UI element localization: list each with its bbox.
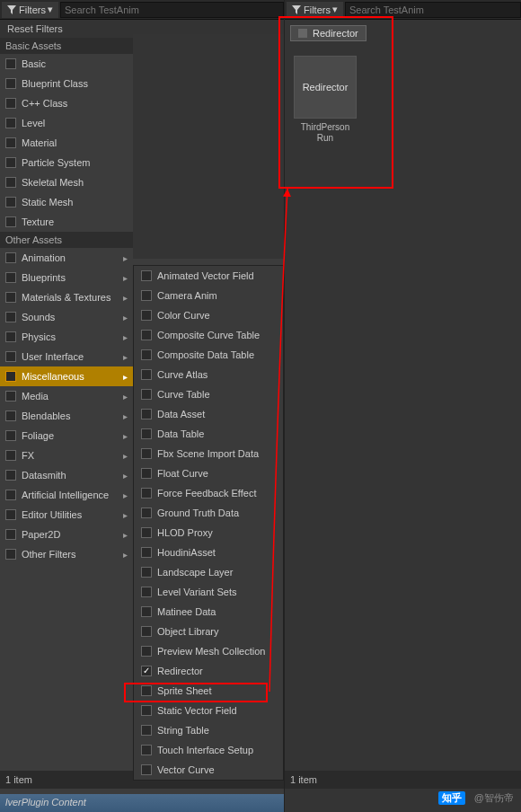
checkbox[interactable] <box>5 197 16 207</box>
checkbox[interactable] <box>5 272 16 283</box>
checkbox[interactable] <box>5 490 16 500</box>
submenu-hlod-proxy[interactable]: HLOD Proxy <box>134 523 283 543</box>
checkbox[interactable] <box>5 529 16 540</box>
checkbox[interactable] <box>5 98 16 109</box>
submenu-float-curve[interactable]: Float Curve <box>134 463 283 483</box>
submenu-matinee-data[interactable]: Matinee Data <box>134 602 283 622</box>
submenu-composite-data-table[interactable]: Composite Data Table <box>134 345 283 365</box>
filter-sounds[interactable]: Sounds▸ <box>0 307 133 327</box>
submenu-fbx-scene-import-data[interactable]: Fbx Scene Import Data <box>134 444 283 463</box>
filters-button[interactable]: Filters ▾ <box>2 2 58 18</box>
checkbox[interactable] <box>141 428 152 439</box>
submenu-landscape-layer[interactable]: Landscape Layer <box>134 562 283 582</box>
checkbox[interactable] <box>141 606 152 617</box>
filters-button-right[interactable]: Filters ▾ <box>287 2 343 18</box>
submenu-vector-curve[interactable]: Vector Curve <box>134 760 283 780</box>
checkbox[interactable] <box>5 216 16 227</box>
submenu-sprite-sheet[interactable]: Sprite Sheet <box>134 681 283 701</box>
filter-media[interactable]: Media▸ <box>0 386 133 406</box>
active-filter-tag[interactable]: Redirector <box>290 25 366 41</box>
filter-blueprints[interactable]: Blueprints▸ <box>0 268 133 287</box>
checkbox[interactable] <box>5 450 16 461</box>
filter-editor-utilities[interactable]: Editor Utilities▸ <box>0 505 133 525</box>
filter-user-interface[interactable]: User Interface▸ <box>0 347 133 366</box>
filter-paper2d[interactable]: Paper2D▸ <box>0 525 133 544</box>
submenu-color-curve[interactable]: Color Curve <box>134 305 283 325</box>
filter-c-class[interactable]: C++ Class <box>0 93 133 113</box>
submenu-houdiniasset[interactable]: HoudiniAsset <box>134 543 283 562</box>
checkbox[interactable] <box>5 351 16 362</box>
checkbox[interactable] <box>141 448 152 459</box>
checkbox[interactable] <box>141 646 152 657</box>
checkbox[interactable] <box>141 567 152 578</box>
checkbox[interactable] <box>5 157 16 168</box>
checkbox[interactable] <box>141 705 152 716</box>
checkbox[interactable] <box>141 547 152 558</box>
filter-artificial-intelligence[interactable]: Artificial Intelligence▸ <box>0 485 133 505</box>
checkbox[interactable] <box>141 310 152 321</box>
checkbox[interactable] <box>5 252 16 263</box>
checkbox[interactable] <box>5 58 16 69</box>
checkbox[interactable] <box>5 177 16 188</box>
submenu-object-library[interactable]: Object Library <box>134 622 283 641</box>
submenu-redirector[interactable]: Redirector <box>134 661 283 681</box>
search-input-right[interactable] <box>345 2 521 18</box>
filter-datasmith[interactable]: Datasmith▸ <box>0 465 133 485</box>
checkbox[interactable] <box>141 745 152 755</box>
submenu-level-variant-sets[interactable]: Level Variant Sets <box>134 582 283 602</box>
filter-animation[interactable]: Animation▸ <box>0 248 133 268</box>
checkbox[interactable] <box>141 508 152 518</box>
checkbox[interactable] <box>141 527 152 538</box>
checkbox[interactable] <box>141 409 152 419</box>
submenu-data-table[interactable]: Data Table <box>134 424 283 444</box>
checkbox[interactable] <box>5 391 16 402</box>
checkbox[interactable] <box>141 369 152 380</box>
checkbox[interactable] <box>141 290 152 301</box>
filter-skeletal-mesh[interactable]: Skeletal Mesh <box>0 172 133 192</box>
asset-tile[interactable]: Redirector ThirdPerson Run <box>294 56 357 144</box>
checkbox[interactable] <box>141 725 152 736</box>
filter-materials-textures[interactable]: Materials & Textures▸ <box>0 287 133 307</box>
checkbox[interactable] <box>5 430 16 441</box>
checkbox[interactable] <box>141 666 152 676</box>
checkbox[interactable] <box>5 549 16 560</box>
submenu-string-table[interactable]: String Table <box>134 720 283 740</box>
checkbox[interactable] <box>141 587 152 597</box>
filter-other-filters[interactable]: Other Filters▸ <box>0 544 133 564</box>
checkbox[interactable] <box>5 137 16 148</box>
checkbox[interactable] <box>5 78 16 89</box>
submenu-composite-curve-table[interactable]: Composite Curve Table <box>134 325 283 345</box>
checkbox[interactable] <box>5 509 16 520</box>
filter-material[interactable]: Material <box>0 133 133 153</box>
submenu-touch-interface-setup[interactable]: Touch Interface Setup <box>134 740 283 760</box>
checkbox[interactable] <box>5 312 16 322</box>
checkbox[interactable] <box>141 626 152 637</box>
submenu-camera-anim[interactable]: Camera Anim <box>134 286 283 305</box>
submenu-ground-truth-data[interactable]: Ground Truth Data <box>134 503 283 523</box>
submenu-curve-atlas[interactable]: Curve Atlas <box>134 365 283 384</box>
filter-miscellaneous[interactable]: Miscellaneous▸ <box>0 366 133 386</box>
checkbox[interactable] <box>141 488 152 499</box>
filter-blueprint-class[interactable]: Blueprint Class <box>0 74 133 93</box>
filter-physics[interactable]: Physics▸ <box>0 327 133 347</box>
checkbox[interactable] <box>5 331 16 342</box>
checkbox[interactable] <box>141 468 152 479</box>
filter-level[interactable]: Level <box>0 113 133 133</box>
submenu-preview-mesh-collection[interactable]: Preview Mesh Collection <box>134 641 283 661</box>
filter-static-mesh[interactable]: Static Mesh <box>0 192 133 212</box>
submenu-force-feedback-effect[interactable]: Force Feedback Effect <box>134 483 283 503</box>
checkbox[interactable] <box>141 270 152 281</box>
filter-foliage[interactable]: Foliage▸ <box>0 426 133 446</box>
checkbox[interactable] <box>5 292 16 303</box>
checkbox[interactable] <box>5 470 16 481</box>
filter-particle-system[interactable]: Particle System <box>0 153 133 172</box>
filter-texture[interactable]: Texture <box>0 212 133 232</box>
search-input[interactable] <box>60 2 284 18</box>
filter-fx[interactable]: FX▸ <box>0 446 133 465</box>
checkbox[interactable] <box>141 349 152 360</box>
checkbox[interactable] <box>5 371 16 382</box>
submenu-static-vector-field[interactable]: Static Vector Field <box>134 701 283 720</box>
filter-blendables[interactable]: Blendables▸ <box>0 406 133 426</box>
checkbox[interactable] <box>141 389 152 400</box>
checkbox[interactable] <box>141 764 152 775</box>
